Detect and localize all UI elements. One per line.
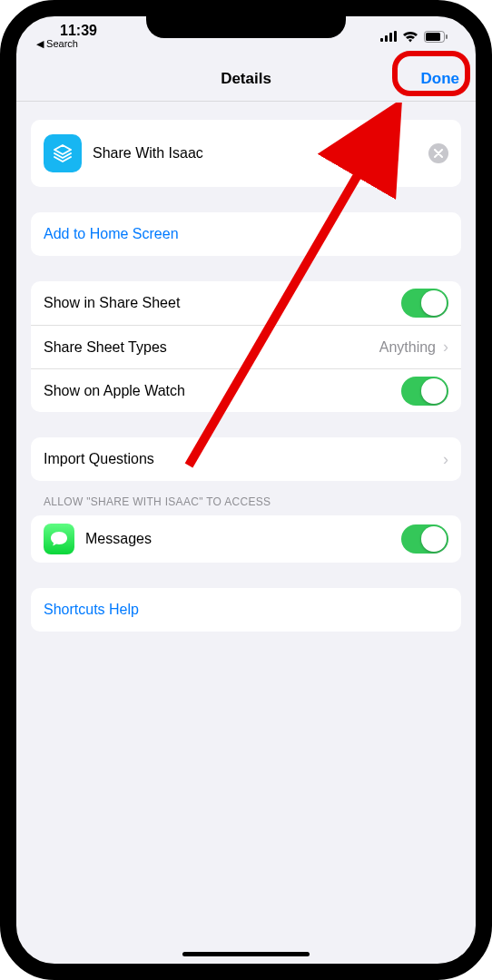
svg-rect-5 (426, 33, 440, 41)
add-to-home-screen-label: Add to Home Screen (44, 226, 179, 242)
breadcrumb-back[interactable]: ◀ Search (36, 38, 78, 50)
nav-bar: Details Done (16, 56, 476, 102)
show-in-share-sheet-label: Show in Share Sheet (44, 295, 401, 311)
shortcuts-help-label: Shortcuts Help (44, 602, 139, 618)
messages-access-toggle[interactable] (401, 524, 448, 554)
share-sheet-types-label: Share Sheet Types (44, 339, 379, 356)
battery-icon (424, 31, 448, 43)
svg-rect-6 (446, 34, 448, 39)
mute-switch (0, 136, 5, 172)
svg-rect-3 (394, 31, 397, 42)
done-button[interactable]: Done (421, 70, 460, 88)
shortcut-name-row[interactable]: Share With Isaac (31, 127, 461, 180)
shortcuts-help-button[interactable]: Shortcuts Help (31, 588, 461, 632)
shortcut-name-label: Share With Isaac (93, 145, 428, 162)
svg-rect-0 (380, 38, 383, 42)
messages-access-row: Messages (31, 515, 461, 563)
power-button (487, 204, 492, 295)
import-questions-row[interactable]: Import Questions › (31, 437, 461, 481)
wifi-icon (402, 31, 418, 43)
home-indicator[interactable] (182, 952, 310, 956)
show-on-apple-watch-label: Show on Apple Watch (44, 383, 401, 399)
share-sheet-types-row[interactable]: Share Sheet Types Anything › (31, 325, 461, 368)
screen: 11:39 ◀ Search Details Done (16, 16, 476, 964)
show-in-share-sheet-row: Show in Share Sheet (31, 281, 461, 325)
access-section-header: ALLOW "SHARE WITH ISAAC" TO ACCESS (44, 495, 458, 508)
volume-down-button (0, 277, 5, 340)
share-sheet-types-value: Anything (379, 339, 436, 356)
content-scroll[interactable]: Share With Isaac Add to Home Screen Show… (16, 102, 476, 632)
cellular-signal-icon (380, 31, 397, 42)
clear-name-button[interactable] (428, 143, 448, 163)
status-time: 11:39 (60, 23, 97, 39)
svg-rect-1 (385, 35, 388, 42)
shortcut-icon (44, 134, 82, 172)
svg-rect-2 (389, 33, 392, 42)
status-bar: 11:39 ◀ Search (16, 16, 476, 56)
add-to-home-screen-button[interactable]: Add to Home Screen (31, 212, 461, 256)
volume-up-button (0, 200, 5, 263)
chevron-right-icon: › (443, 450, 448, 469)
page-title: Details (221, 70, 271, 88)
chevron-right-icon: › (443, 338, 448, 357)
messages-access-label: Messages (85, 531, 401, 547)
show-on-apple-watch-row: Show on Apple Watch (31, 368, 461, 412)
show-on-apple-watch-toggle[interactable] (401, 377, 448, 406)
messages-app-icon (44, 524, 74, 554)
show-in-share-sheet-toggle[interactable] (401, 289, 448, 318)
import-questions-label: Import Questions (44, 451, 439, 467)
